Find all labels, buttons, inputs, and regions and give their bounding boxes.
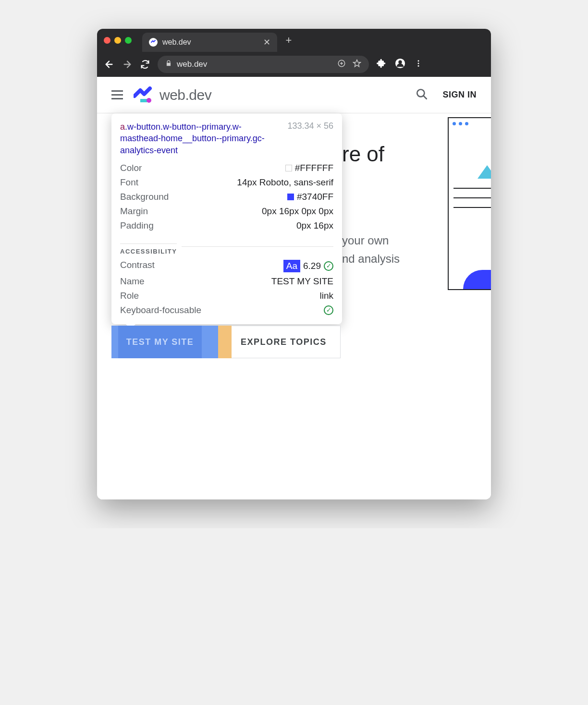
signin-button[interactable]: SIGN IN [442,90,477,100]
reload-button[interactable] [140,60,150,69]
tooltip-row-name: Name TEST MY SITE [120,274,333,289]
check-icon: ✓ [324,305,333,315]
browser-toolbar: web.dev [97,52,491,77]
svg-point-7 [147,98,151,103]
tooltip-row-focusable: Keyboard-focusable ✓ [120,303,333,317]
install-icon[interactable] [337,59,346,70]
url-text: web.dev [177,60,207,69]
tab-title: web.dev [162,38,191,47]
hero-sub-line2: nd analysis [342,252,400,265]
page-content: web.dev SIGN IN re of your own nd analys… [97,77,491,499]
tooltip-row-contrast: Contrast Aa 6.29 ✓ [120,258,333,274]
logo-icon [134,86,154,104]
devtools-element-tooltip: a.w-button.w-button--primary.w-masthead-… [111,113,342,324]
tooltip-selector: a.w-button.w-button--primary.w-masthead-… [120,121,282,156]
contrast-aa-badge: Aa [283,260,300,272]
new-tab-button[interactable]: + [286,34,292,47]
logo-text: web.dev [159,87,211,103]
tooltip-dimensions: 133.34 × 56 [287,121,333,156]
color-swatch-icon [287,194,294,200]
hero-subtitle-fragment: your own nd analysis [342,231,400,268]
tooltip-row-padding: Padding 0px 16px [120,219,333,233]
omnibox-actions [337,59,361,70]
hero-illustration [448,117,491,290]
primary-button-label: TEST MY SITE [126,337,194,347]
page-footer-blank [97,461,491,499]
menu-icon[interactable] [414,59,423,70]
profile-icon[interactable] [395,58,405,71]
extensions-icon[interactable] [377,59,386,70]
tooltip-element-tag: a [120,122,125,132]
svg-point-4 [418,63,419,64]
close-tab-button[interactable]: ✕ [263,37,270,48]
tooltip-row-color: Color #FFFFFF [120,161,333,175]
tooltip-row-background: Background #3740FF [120,190,333,204]
favicon-icon [149,38,158,47]
svg-point-3 [418,60,419,61]
hero-sub-line1: your own [342,234,389,247]
browser-window: web.dev ✕ + web.dev [97,29,491,499]
tooltip-row-role: Role link [120,289,333,303]
test-my-site-button[interactable]: TEST MY SITE [111,326,218,358]
minimize-window-button[interactable] [114,37,121,44]
site-header: web.dev SIGN IN [97,77,491,113]
check-icon: ✓ [324,261,333,271]
titlebar: web.dev ✕ + [97,29,491,52]
lock-icon [165,60,172,69]
browser-tab[interactable]: web.dev ✕ [142,33,277,52]
svg-point-5 [418,65,419,67]
window-controls [104,37,132,44]
tooltip-row-font: Font 14px Roboto, sans-serif [120,175,333,190]
back-button[interactable] [104,59,114,70]
tooltip-a11y-heading: ACCESSIBILITY [120,243,177,255]
forward-button[interactable] [122,59,133,70]
svg-point-2 [398,61,402,64]
color-swatch-icon [285,165,292,171]
box-model-margin-overlay [218,326,232,358]
hero-buttons: TEST MY SITE EXPLORE TOPICS [111,326,341,358]
search-button[interactable] [416,88,428,102]
secondary-button-label: EXPLORE TOPICS [241,337,327,347]
site-logo[interactable]: web.dev [134,86,211,104]
address-bar[interactable]: web.dev [158,56,369,73]
explore-topics-button[interactable]: EXPLORE TOPICS [227,326,341,358]
tooltip-classes: .w-button.w-button--primary.w-masthead-h… [120,122,265,155]
bookmark-icon[interactable] [353,59,361,70]
main-content: re of your own nd analysis a.w-button.w-… [97,113,491,152]
svg-rect-6 [140,99,147,102]
close-window-button[interactable] [104,37,110,44]
maximize-window-button[interactable] [125,37,132,44]
hamburger-menu-button[interactable] [111,90,123,99]
tooltip-row-margin: Margin 0px 16px 0px 0px [120,204,333,219]
hero-title-fragment: re of [342,142,384,166]
